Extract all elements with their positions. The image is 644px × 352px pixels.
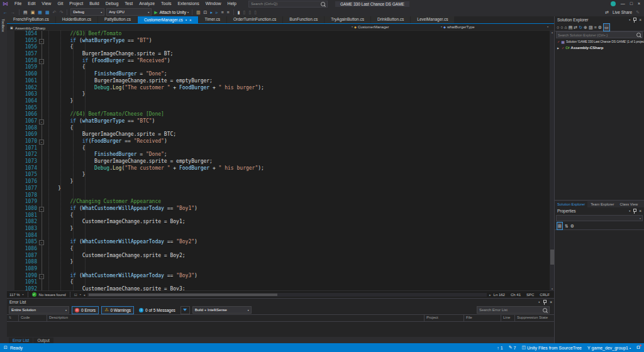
tab-timer-cs[interactable]: Timer.cs [199, 16, 226, 23]
categorized-icon[interactable]: ⊞ [557, 222, 563, 230]
line-number[interactable]: 1081 [7, 212, 37, 219]
column-header-suppression-state[interactable]: Suppression State [515, 315, 555, 321]
close-button[interactable]: × [638, 0, 640, 8]
error-list-search-box[interactable]: Search Error List [477, 306, 550, 314]
fold-margin[interactable]: - [37, 38, 46, 45]
panel-tab-class-view[interactable]: Class View [618, 201, 641, 207]
menu-git[interactable]: Git [54, 0, 66, 8]
tab-tryagainbutton-cs[interactable]: TryAgainButton.cs [325, 16, 370, 23]
properties-icon[interactable]: ⚙ [598, 24, 602, 31]
column-header-line[interactable]: Line [501, 315, 515, 321]
code-line[interactable]: 1071 { [7, 145, 550, 152]
line-number[interactable]: 1067 [7, 118, 37, 125]
visual-studio-logo-icon[interactable]: ⋈ [3, 0, 8, 8]
code-line[interactable]: 1069 BurgerImageChange.sprite = BTC; [7, 131, 550, 138]
forward-icon[interactable]: ○ [560, 24, 563, 31]
document-health-icon[interactable]: ✓ [32, 292, 36, 297]
bookmark-icon[interactable]: ▮ [237, 8, 241, 16]
attach-to-unity-button[interactable]: ▶ Attach to Unity ▾ [153, 8, 189, 16]
new-file-icon[interactable]: ▤ [23, 8, 28, 16]
notifications-bell-icon[interactable]: Ω [636, 344, 640, 351]
step-into-icon[interactable]: ▹ [215, 8, 219, 16]
output-window-icon[interactable]: ⊡ [4, 345, 8, 350]
code-line[interactable]: 1063 } [7, 91, 550, 98]
toolbar-icon[interactable]: ≡ [226, 8, 230, 16]
close-icon[interactable]: × [639, 209, 641, 213]
code-line[interactable]: 1081 { [7, 212, 550, 219]
line-number[interactable]: 1079 [7, 199, 37, 206]
toolbar-icon[interactable]: ≡ [220, 8, 224, 16]
undo-icon[interactable]: ↶ [52, 8, 57, 16]
pin-icon[interactable] [633, 209, 636, 214]
code-editor[interactable]: 1054 //63) Beef/Tomato1055- if (whatBurg… [7, 31, 555, 290]
menu-test[interactable]: Test [121, 0, 136, 8]
line-number[interactable]: 1061 [7, 78, 37, 85]
fold-margin[interactable]: - [37, 239, 46, 246]
toolbar-icon[interactable]: ▥ [196, 8, 201, 16]
line-number[interactable]: 1070 [7, 138, 37, 145]
close-icon[interactable]: × [639, 18, 641, 22]
scroll-right-icon[interactable]: ▸ [489, 293, 491, 297]
code-line[interactable]: 1059 { [7, 64, 550, 71]
fold-margin[interactable]: - [37, 138, 46, 145]
code-line[interactable]: 1068 { [7, 125, 550, 132]
line-number[interactable]: 1066 [7, 111, 37, 118]
save-all-icon[interactable]: ▩ [45, 8, 50, 16]
horizontal-scrollbar[interactable] [87, 293, 487, 297]
code-line[interactable]: 1091 { [7, 279, 550, 286]
code-line[interactable]: 1064 } [7, 98, 550, 105]
code-line[interactable]: 1092 CustomerImageChange.sprite = Boy3; [7, 286, 550, 290]
refresh-icon[interactable]: ↻ [579, 24, 582, 31]
line-number[interactable]: 1068 [7, 125, 37, 132]
errors-filter-button[interactable]: × 0 Errors [72, 306, 99, 314]
fold-margin[interactable]: - [37, 118, 46, 125]
code-line[interactable]: 1057 BurgerImageChange.sprite = BT; [7, 51, 550, 58]
collapse-icon[interactable]: - [39, 59, 44, 64]
line-number[interactable]: 1091 [7, 279, 37, 286]
menu-project[interactable]: Project [66, 0, 86, 8]
line-number[interactable]: 1085 [7, 239, 37, 246]
live-share-button[interactable]: Live Share [613, 10, 632, 14]
show-all-files-icon[interactable]: ▨ [589, 24, 593, 31]
line-number[interactable]: 1075 [7, 172, 37, 179]
navbar-member-dropdown[interactable]: ▾ ◆ whatBurgerType [441, 24, 475, 30]
tab-pattybutton-cs[interactable]: PattyButton.cs [98, 16, 137, 23]
code-line[interactable]: 1086 { [7, 246, 550, 253]
line-number[interactable]: 1076 [7, 179, 37, 185]
line-number[interactable]: 1063 [7, 91, 37, 98]
line-number[interactable]: 1089 [7, 266, 37, 273]
chevron-down-icon[interactable]: ▾ [629, 209, 630, 212]
code-line[interactable]: 1074 Debug.Log("The customer " + FoodBur… [7, 165, 550, 172]
code-line[interactable]: 1075 } [7, 172, 550, 179]
menu-file[interactable]: File [11, 0, 25, 8]
code-line[interactable]: 1067- if (whatBurgerType == "BTC") [7, 118, 550, 125]
chevron-down-icon[interactable]: ▾ [629, 18, 630, 21]
column-header-file[interactable]: File [464, 315, 501, 321]
line-number[interactable]: 1074 [7, 165, 37, 172]
code-line[interactable]: 1078 [7, 192, 550, 199]
code-line[interactable]: 1079 //Changing Customer Appearance [7, 199, 550, 206]
char-indicator[interactable]: Ch 41 [511, 293, 521, 297]
menu-build[interactable]: Build [86, 0, 103, 8]
line-number[interactable]: 1058 [7, 58, 37, 65]
minimize-button[interactable]: — [621, 0, 625, 8]
code-line[interactable]: 1073 BurgerImageChange.sprite = emptyBur… [7, 158, 550, 165]
panel-tab-solution-explorer[interactable]: Solution Explorer [555, 201, 587, 207]
code-line[interactable]: 1084 [7, 233, 550, 239]
tab-bunfunction-cs[interactable]: BunFunction.cs [283, 16, 324, 23]
bottom-tab-output[interactable]: Output [33, 338, 53, 343]
line-number[interactable]: 1088 [7, 259, 37, 266]
line-number[interactable]: 1092 [7, 286, 37, 290]
git-branch-picker[interactable]: Y game_dev_group1 ▴ [587, 346, 631, 350]
tab-frenchfrybutton-cs[interactable]: FrenchFryButton.cs [7, 16, 55, 23]
git-repository-picker[interactable]: ◫ Unity Files from SourceTree [521, 345, 582, 350]
navbar-overflow[interactable]: ▾ [547, 24, 548, 30]
code-line[interactable]: 1060 FinishedBurger = "Done"; [7, 71, 550, 78]
code-line[interactable]: 1062 Debug.Log("The customer " + FoodBur… [7, 85, 550, 92]
line-number[interactable]: 1065 [7, 105, 37, 112]
fold-margin[interactable]: - [37, 273, 46, 280]
menu-analyze[interactable]: Analyze [136, 0, 158, 8]
solution-node[interactable]: ✓ ▦ Solution 'GAME 330 Last Chance DS GA… [555, 38, 644, 45]
horizontal-scrollbar-thumb[interactable] [89, 294, 277, 296]
line-number[interactable]: 1071 [7, 145, 37, 152]
